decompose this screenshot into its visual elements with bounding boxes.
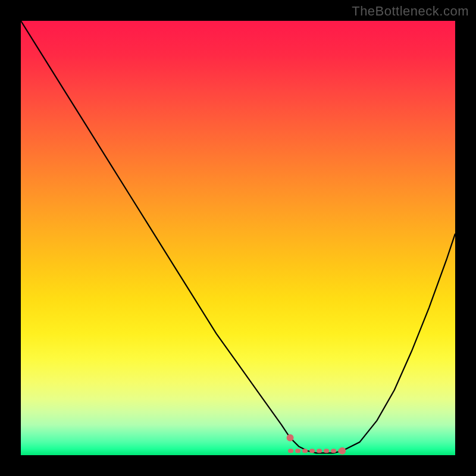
optimal-range-end-dot [339, 447, 346, 455]
chart-svg [21, 21, 455, 455]
optimal-range-start-dot [287, 434, 294, 441]
chart-plot-area [21, 21, 455, 455]
watermark-text: TheBottleneck.com [352, 4, 469, 19]
bottleneck-curve [21, 21, 455, 453]
